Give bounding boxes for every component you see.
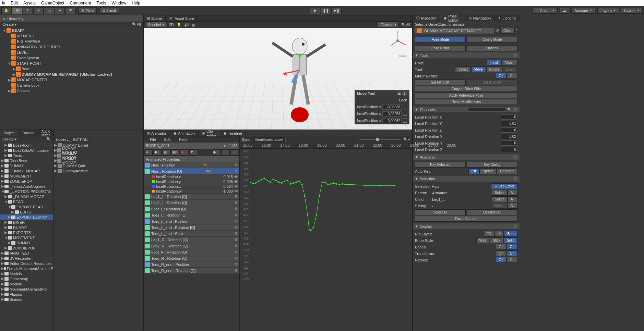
- folder-item[interactable]: ▶MOVEMENT: [0, 173, 53, 179]
- rig-fk[interactable]: FK: [484, 231, 494, 237]
- child-all[interactable]: All: [508, 196, 517, 202]
- hierarchy-item[interactable]: ▶DUMMY MOCAP ME RETARGET [UMotion Locked…: [0, 72, 143, 77]
- folder-item[interactable]: ▶ZOMBIEPOP: [0, 245, 53, 250]
- info-icon[interactable]: i: [513, 224, 517, 229]
- hierarchy-item[interactable]: LEVEL: [0, 50, 143, 55]
- channel-input[interactable]: [501, 140, 517, 146]
- gear-icon[interactable]: ⚙: [235, 169, 238, 173]
- clear-button[interactable]: Clear: [500, 28, 515, 34]
- folder-item[interactable]: ▶ANIM TEST: [0, 250, 53, 256]
- hierarchy-item[interactable]: ▶Canvas: [0, 88, 143, 94]
- local-toggle[interactable]: ⊗ Local: [99, 7, 119, 14]
- add-key-icon[interactable]: ◆+: [154, 149, 162, 156]
- property-row[interactable]: Leg2_R : Rotation [Q]⚙: [144, 243, 239, 249]
- animator-tab[interactable]: ⊞ Animator: [144, 130, 170, 136]
- hierarchy-item[interactable]: ▶Bear: [0, 66, 143, 72]
- focus-camera-button[interactable]: Focus Camera: [415, 216, 517, 222]
- hierarchy-item[interactable]: ▼START POINT: [0, 61, 143, 66]
- gear-icon[interactable]: ⚙: [235, 200, 238, 205]
- dropdown-icon[interactable]: ▾: [516, 28, 517, 34]
- property-row[interactable]: Hips : PositionRM⚙: [144, 162, 239, 168]
- asset-field[interactable]: BearBored.asset: [253, 137, 286, 142]
- scale-tool[interactable]: ⤢: [33, 7, 44, 14]
- rotate-tool[interactable]: ↻: [23, 7, 33, 14]
- target-icon[interactable]: ◎: [496, 28, 499, 34]
- collab-dropdown[interactable]: ✓ Collab ▼: [533, 7, 558, 14]
- channel-input[interactable]: [501, 147, 517, 152]
- bone-stick[interactable]: Stick: [490, 237, 503, 243]
- pose-mode-button[interactable]: Pose Mode: [415, 37, 466, 42]
- inspector-tab[interactable]: ⓘ Inspector: [413, 15, 440, 21]
- position-input[interactable]: [382, 111, 402, 117]
- select-tool[interactable]: Select: [455, 66, 471, 72]
- property-sub-row[interactable]: localRotation.y-0,005 👁: [144, 179, 239, 184]
- asset-store-tab[interactable]: 🛒 Asset Store: [166, 15, 198, 21]
- gear-icon[interactable]: ⚙: [235, 256, 238, 260]
- eye-icon[interactable]: 👁: [234, 184, 238, 188]
- mirror-off[interactable]: Off: [496, 73, 506, 79]
- eye-icon[interactable]: 👁: [234, 175, 238, 179]
- folder-item[interactable]: ▶BossTalksWithLouise: [0, 148, 53, 153]
- pose-editor-tab[interactable]: ◉ Pose Editor: [440, 15, 465, 21]
- folder-item[interactable]: ▶Models: [0, 281, 53, 286]
- key-toggle-icon[interactable]: ◆: [213, 149, 220, 156]
- folder-item[interactable]: ▶FemaleMovementAnimsetP: [0, 266, 53, 271]
- hierarchy-tab[interactable]: ≡ Hierarchy: [0, 15, 143, 22]
- property-row[interactable]: Toes_R_end : Rotation [Q]⚙: [144, 268, 239, 274]
- property-row[interactable]: Toes_L_end : Scale⚙: [144, 231, 239, 237]
- gear-icon[interactable]: ⚙: [235, 268, 238, 273]
- hierarchy-item[interactable]: RIG MAPPER: [0, 39, 143, 44]
- transform-tool[interactable]: ✦: [55, 7, 65, 14]
- timeline-ruler[interactable]: 15:0016:0017:0018:0019:0020:0021:0022:00…: [240, 143, 412, 149]
- cloud-button[interactable]: ☁: [560, 7, 569, 14]
- mirror-on[interactable]: On: [507, 73, 517, 79]
- parent-all[interactable]: All: [508, 190, 517, 196]
- channel-input[interactable]: [501, 127, 517, 133]
- list-icon[interactable]: ☰: [397, 91, 401, 96]
- clip-edit[interactable]: Edit: [164, 137, 171, 142]
- bone-wire[interactable]: Wire: [476, 237, 490, 243]
- folder-item[interactable]: ▶DUMMY: [0, 225, 53, 230]
- info-icon[interactable]: i: [513, 107, 517, 112]
- folder-item[interactable]: ▶_DUMMY MOCAP: [0, 194, 53, 199]
- property-row[interactable]: Toes_L_end : Position⚙: [144, 218, 239, 224]
- property-sub-row[interactable]: localRotation.x0,015 👁: [144, 174, 239, 179]
- scene-tab[interactable]: ⊞ Scene: [144, 15, 166, 21]
- hierarchy-item[interactable]: EventSystem: [0, 55, 143, 61]
- config-mode-button[interactable]: Config Mode: [467, 37, 518, 42]
- filter-icon[interactable]: ▼: [190, 149, 197, 156]
- hierarchy-item[interactable]: ▼BEAR*: [0, 28, 143, 33]
- folder-item[interactable]: ▶Tests: [0, 153, 53, 158]
- gear-icon[interactable]: ⚙: [235, 213, 238, 217]
- bones-off[interactable]: Off: [496, 244, 506, 250]
- select-all-button[interactable]: Select All: [415, 209, 466, 215]
- hierarchy-item[interactable]: ANIMATION RECORDER: [0, 44, 143, 50]
- property-row[interactable]: Toes_L : Rotation [Q]⚙: [144, 212, 239, 218]
- info-icon[interactable]: i: [513, 53, 517, 58]
- layout-dropdown[interactable]: Layout ▼: [621, 7, 643, 14]
- copy-other-side-button[interactable]: Copy to Other Side: [415, 86, 517, 92]
- folder-item[interactable]: ▼BEAR: [0, 199, 53, 204]
- folder-item[interactable]: ▶_TerrainAutoUpgrade: [0, 184, 53, 189]
- gameobject-selector[interactable]: DUMMY MOCAP ME RETARGET: [415, 28, 494, 34]
- frame-number[interactable]: 1122: [229, 144, 237, 148]
- move-tool[interactable]: ✥: [12, 7, 22, 14]
- scene-search[interactable]: 🔍All: [401, 23, 410, 27]
- sync-label[interactable]: Sync: [242, 137, 250, 142]
- folder-item[interactable]: ▶Scenes: [0, 297, 53, 302]
- menu-help[interactable]: Help: [132, 1, 140, 5]
- hierarchy-item[interactable]: Camera Look: [0, 83, 143, 88]
- selection-header[interactable]: ▼ Selectioni: [413, 176, 520, 182]
- transforms-off[interactable]: Off: [496, 250, 506, 256]
- autokey-update[interactable]: Update: [479, 168, 497, 174]
- zoom-in-icon[interactable]: 🔍+: [403, 137, 410, 142]
- property-row[interactable]: Toes_L_end : Rotation [Q]⚙: [144, 224, 239, 231]
- property-row[interactable]: Toes_R : Rotation [Q]⚙: [144, 255, 239, 261]
- prev-key-icon[interactable]: ←: [222, 149, 229, 156]
- gear-icon[interactable]: ⚙: [235, 194, 238, 199]
- shaded-dropdown[interactable]: Shaded ▾: [146, 22, 166, 28]
- menu-file[interactable]: le: [2, 1, 5, 5]
- info-icon[interactable]: i: [235, 157, 239, 162]
- project-tab[interactable]: Project: [0, 130, 18, 136]
- console-tab[interactable]: Console: [18, 130, 38, 136]
